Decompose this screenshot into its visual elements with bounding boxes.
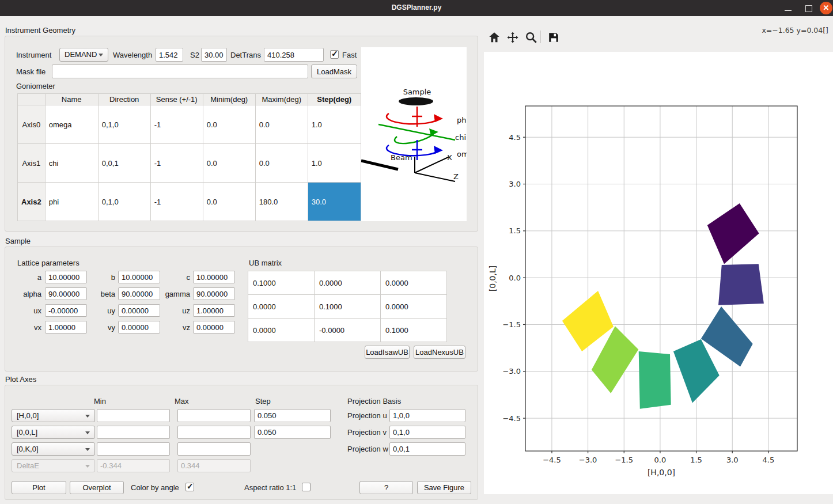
ux-input[interactable]	[45, 304, 87, 317]
cell-axis1-sense[interactable]: -1	[150, 144, 203, 183]
plot-button[interactable]: Plot	[12, 481, 66, 494]
ub-cell-02[interactable]: 0.0000	[381, 271, 447, 295]
vy-input[interactable]	[118, 321, 160, 334]
ub-cell-21[interactable]: -0.0000	[315, 319, 381, 342]
cell-axis0-name[interactable]: omega	[45, 105, 98, 144]
uz-label: uz	[156, 306, 190, 315]
instrument-select[interactable]: DEMAND	[59, 48, 108, 62]
cell-axis0-direction[interactable]: 0,1,0	[98, 105, 150, 144]
overplot-button[interactable]: Overplot	[70, 481, 124, 494]
coverage-patch	[673, 339, 720, 403]
fast-checkbox[interactable]	[330, 50, 339, 59]
s2-input[interactable]	[201, 48, 227, 62]
help-button[interactable]: ?	[359, 481, 413, 494]
cursor-coordinates: x=−1.65 y=0.04[]	[762, 26, 828, 35]
cell-axis0-step[interactable]: 1.0	[308, 105, 361, 144]
axis3-max-input[interactable]	[177, 442, 251, 456]
projection-w-input[interactable]	[389, 442, 465, 456]
sample-title: Sample	[5, 237, 31, 245]
gamma-input[interactable]	[193, 287, 235, 300]
wavelength-input[interactable]	[156, 48, 183, 62]
cell-axis0-min[interactable]: 0.0	[203, 105, 255, 144]
uz-input[interactable]	[193, 304, 235, 317]
cell-axis2-min[interactable]: 0.0	[203, 183, 255, 221]
dettrans-input[interactable]	[264, 48, 324, 62]
x-axis-title: [H,0,0]	[648, 468, 675, 477]
zoom-icon[interactable]	[525, 31, 537, 44]
chevron-down-icon	[85, 448, 90, 451]
row-header-axis0[interactable]: Axis0	[18, 105, 46, 144]
fast-label: Fast	[342, 51, 357, 59]
pan-icon[interactable]	[506, 31, 519, 44]
maximize-icon[interactable]	[805, 5, 812, 12]
cell-axis2-max[interactable]: 180.0	[255, 183, 308, 221]
minimize-icon[interactable]	[785, 10, 792, 11]
col-header-sense[interactable]: Sense (+/-1)	[150, 94, 203, 105]
a-input[interactable]	[45, 271, 87, 283]
load-isaw-ub-button[interactable]: LoadIsawUB	[365, 346, 410, 359]
projection-u-input[interactable]	[389, 409, 465, 422]
ub-cell-01[interactable]: 0.0000	[315, 271, 381, 295]
cell-axis1-direction[interactable]: 0,0,1	[98, 144, 150, 183]
cell-axis0-sense[interactable]: -1	[150, 105, 203, 144]
vz-input[interactable]	[193, 321, 235, 334]
mask-file-input[interactable]	[52, 65, 308, 78]
ub-cell-20[interactable]: 0.0000	[248, 319, 315, 342]
figure-canvas[interactable]: −4.5−3.0−1.50.01.53.04.5−4.5−3.0−1.50.01…	[484, 52, 833, 494]
col-header-step[interactable]: Step(deg)	[308, 94, 361, 105]
cell-axis1-max[interactable]: 0.0	[255, 144, 308, 183]
cell-axis1-min[interactable]: 0.0	[203, 144, 255, 183]
axis2-step-input[interactable]	[254, 426, 331, 439]
plot-area[interactable]: −4.5−3.0−1.50.01.53.04.5−4.5−3.0−1.50.01…	[484, 52, 833, 494]
axis2-min-input[interactable]	[97, 426, 170, 439]
save-icon[interactable]	[547, 31, 560, 44]
home-icon[interactable]	[488, 31, 501, 44]
cell-axis2-step-selected[interactable]: 30.0	[308, 183, 361, 221]
col-header-name[interactable]: Name	[45, 94, 98, 105]
axis2-dimension-select[interactable]: [0,0,L]	[12, 426, 95, 439]
axis1-dimension-select[interactable]: [H,0,0]	[12, 409, 95, 422]
row-header-axis2[interactable]: Axis2	[18, 183, 46, 221]
uy-input[interactable]	[118, 304, 160, 317]
vx-input[interactable]	[45, 321, 87, 334]
axis3-dimension-value: [0,K,0]	[17, 445, 39, 453]
close-icon[interactable]: ✕	[820, 2, 832, 14]
beta-input[interactable]	[118, 287, 160, 300]
b-input[interactable]	[118, 271, 160, 283]
axis1-min-input[interactable]	[97, 409, 170, 422]
loadmask-button[interactable]: LoadMask	[311, 65, 357, 78]
projection-v-input[interactable]	[389, 426, 465, 439]
ub-cell-10[interactable]: 0.0000	[248, 295, 315, 319]
title-bar[interactable]: DGSPlanner.py ✕	[0, 0, 833, 16]
cell-axis2-direction[interactable]: 0,1,0	[98, 183, 150, 221]
alpha-input[interactable]	[45, 287, 87, 300]
load-nexus-ub-button[interactable]: LoadNexusUB	[414, 346, 465, 359]
cell-axis2-sense[interactable]: -1	[150, 183, 203, 221]
ub-cell-00[interactable]: 0.1000	[248, 271, 315, 295]
ub-cell-11[interactable]: 0.1000	[315, 295, 381, 319]
cell-axis2-name[interactable]: phi	[45, 183, 98, 221]
c-input[interactable]	[193, 271, 235, 283]
row-header-axis1[interactable]: Axis1	[18, 144, 46, 183]
ub-cell-22[interactable]: 0.1000	[381, 319, 447, 342]
axis1-step-input[interactable]	[254, 409, 331, 422]
save-figure-button[interactable]: Save Figure	[417, 481, 471, 494]
col-header-min[interactable]: Minim(deg)	[203, 94, 255, 105]
col-header-direction[interactable]: Direction	[98, 94, 150, 105]
ub-cell-12[interactable]: 0.0000	[381, 295, 447, 319]
axis3-min-input[interactable]	[97, 442, 170, 456]
goniometer-diagram: Sample ph chi om Beam X	[361, 47, 467, 221]
cell-axis0-max[interactable]: 0.0	[255, 105, 308, 144]
color-by-angle-checkbox[interactable]	[185, 483, 194, 491]
cell-axis1-step[interactable]: 1.0	[308, 144, 361, 183]
aspect-ratio-checkbox[interactable]	[302, 483, 311, 491]
axis3-dimension-select[interactable]: [0,K,0]	[12, 442, 95, 456]
axis2-max-input[interactable]	[177, 426, 251, 439]
cell-axis1-name[interactable]: chi	[45, 144, 98, 183]
ub-matrix-table: 0.1000 0.0000 0.0000 0.0000 0.1000 0.000…	[248, 271, 447, 342]
coverage-patch	[718, 264, 764, 305]
col-header-max[interactable]: Maxim(deg)	[255, 94, 308, 105]
ub-row: 0.0000 0.1000 0.0000	[248, 295, 447, 319]
axis1-max-input[interactable]	[177, 409, 251, 422]
coverage-patch	[707, 203, 759, 264]
